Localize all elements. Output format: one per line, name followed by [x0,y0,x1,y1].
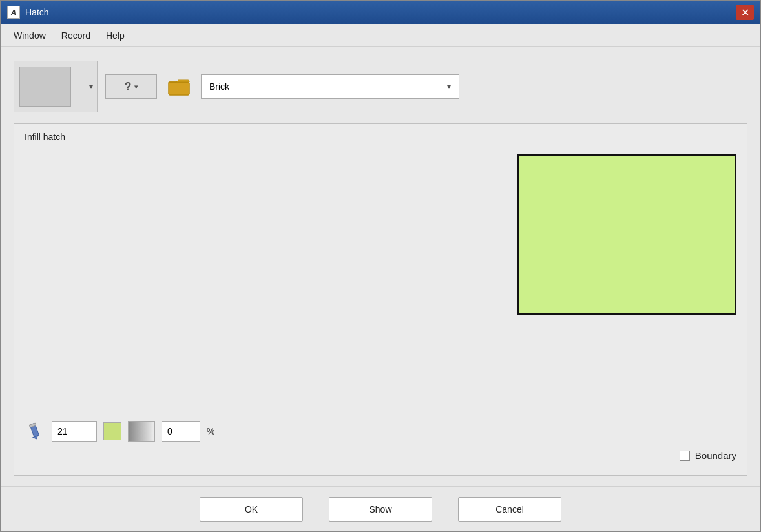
folder-button[interactable] [165,74,193,99]
menu-record[interactable]: Record [54,28,98,43]
infill-title: Infill hatch [25,132,736,142]
swatch-preview [19,66,71,107]
svg-rect-0 [169,82,189,95]
boundary-label: Boundary [695,450,736,461]
main-window: A Hatch ✕ Window Record Help ▾ ? ▾ [0,0,761,532]
ok-button[interactable]: OK [200,497,303,522]
gradient-swatch[interactable] [128,421,155,442]
question-icon: ? [125,80,132,94]
title-bar: A Hatch ✕ [1,1,760,24]
boundary-row: Boundary [680,450,736,461]
pattern-name: Brick [209,81,229,92]
close-button[interactable]: ✕ [736,5,754,20]
controls-area: % [25,421,214,442]
cancel-button[interactable]: Cancel [458,497,561,522]
app-icon: A [7,6,20,19]
infill-section: Infill hatch [14,123,747,476]
number-input[interactable] [52,421,97,442]
question-chevron-icon: ▾ [134,83,138,91]
pencil-icon [26,422,44,440]
footer-buttons: OK Show Cancel [1,486,760,531]
percent-input[interactable] [162,421,200,442]
pencil-button[interactable] [25,421,45,442]
menu-bar: Window Record Help [1,24,760,47]
menu-window[interactable]: Window [6,28,54,43]
question-button[interactable]: ? ▾ [105,74,157,99]
menu-help[interactable]: Help [98,28,132,43]
folder-icon [167,77,191,96]
boundary-checkbox[interactable] [680,451,690,461]
main-content: ▾ ? ▾ Brick ▾ Infill [1,47,760,486]
preview-box [517,154,736,315]
show-button[interactable]: Show [329,497,432,522]
percent-symbol: % [207,426,214,436]
infill-body: % Boundary [25,147,736,467]
pattern-dropdown[interactable]: Brick ▾ [201,74,459,99]
toolbar-row: ▾ ? ▾ Brick ▾ [14,57,747,116]
window-title: Hatch [25,7,736,17]
swatch-button[interactable]: ▾ [14,61,98,112]
swatch-chevron-icon: ▾ [89,82,93,91]
color-swatch[interactable] [103,422,121,440]
pattern-chevron-icon: ▾ [447,82,451,91]
